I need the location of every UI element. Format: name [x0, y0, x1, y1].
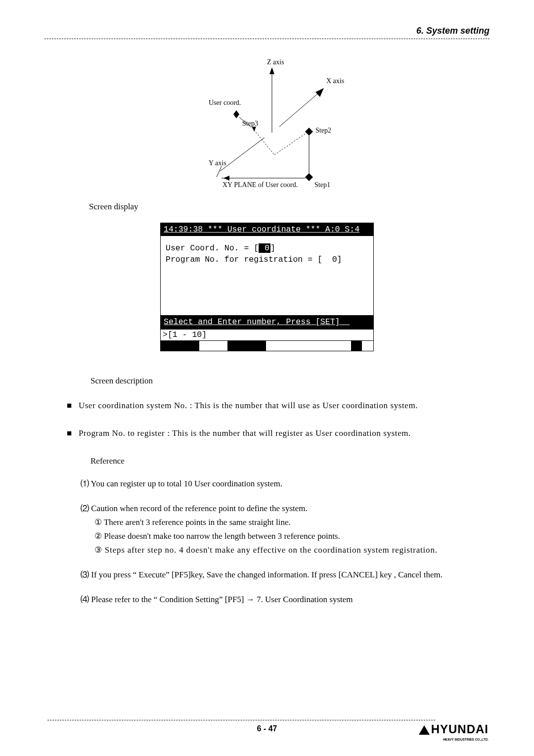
fkey-block-small [351, 341, 362, 351]
fkey-block [227, 341, 266, 351]
console-function-keys [161, 340, 373, 351]
fkey-block [161, 341, 199, 351]
fkey-gap [295, 341, 323, 351]
ref-item-text: ⑶ If you press “ Execute” [PF5]key, Save… [81, 568, 482, 582]
z-axis-label: Z axis [267, 58, 284, 66]
content-area: Screen description ■ User coordination s… [52, 374, 482, 618]
svg-marker-11 [305, 128, 313, 136]
svg-line-8 [252, 128, 274, 155]
page: 6. System setting [0, 0, 534, 756]
svg-marker-15 [223, 176, 229, 181]
xy-plane-label: XY PLANE of User coord. [222, 181, 298, 189]
reference-heading: Reference [90, 454, 482, 468]
console-window: 14:39:38 *** User coordinate *** A:0 S:4… [160, 223, 374, 351]
screen-description-heading: Screen description [90, 374, 482, 388]
ref-item-2-sub3: ③ Steps after step no. 4 doesn't make an… [94, 543, 482, 557]
logo-text: HYUNDAI [431, 722, 489, 736]
svg-marker-13 [305, 173, 313, 181]
square-bullet-icon: ■ [67, 399, 79, 413]
svg-marker-3 [315, 88, 324, 97]
console-status-line: Select and Enter number, Press [SET] [161, 315, 373, 329]
hyundai-logo: HYUNDAI HEAVY INDUSTRIES CO.,LTD. [419, 722, 489, 736]
fkey-gap [266, 341, 294, 351]
console-line2: Program No. for registration = [ 0] [166, 255, 342, 264]
step2-label: Step2 [315, 127, 331, 135]
console-line1-prefix: User Coord. No. = [ [166, 243, 259, 253]
step3-label: Step3 [242, 120, 258, 128]
x-axis-label: X axis [326, 77, 344, 85]
footer-rule [47, 720, 435, 720]
ref-item-1: ⑴ You can register up to total 10 User c… [81, 477, 482, 491]
ref-item-text: ⑴ You can register up to total 10 User c… [81, 479, 282, 488]
fkey-gap [362, 341, 373, 351]
logo-subtext: HEAVY INDUSTRIES CO.,LTD. [443, 738, 489, 741]
screen-display-heading: Screen display [89, 202, 138, 212]
user-coord-label: User coord. [209, 99, 241, 107]
ref-item-2: ⑵ Caution when record of the reference p… [81, 502, 482, 557]
console-line1-suffix: ] [270, 243, 275, 253]
bullet-text: Program No. to register : This is the nu… [79, 426, 482, 440]
svg-line-2 [279, 91, 321, 127]
ref-item-2-sub2: ② Please doesn't make too narrow the len… [94, 529, 482, 543]
svg-line-5 [217, 166, 222, 177]
bullet-item: ■ User coordination system No. : This is… [52, 399, 482, 413]
step1-label: Step1 [314, 181, 330, 189]
console-input-row: >[1 - 10] [161, 330, 373, 340]
console-highlight-value: 0 [259, 243, 270, 253]
svg-marker-6 [233, 110, 239, 118]
coord-diagram: Z axis X axis User coord. Step3 Step2 Y … [178, 58, 356, 197]
fkey-gap [199, 341, 227, 351]
ref-item-text: ⑵ Caution when record of the reference p… [81, 502, 482, 516]
chapter-header: 6. System setting [416, 26, 490, 36]
ref-item-4: ⑷ Please refer to the “ Condition Settin… [81, 593, 482, 607]
fkey-gap [323, 341, 351, 351]
logo-triangle-icon [419, 725, 430, 735]
bullet-text: User coordination system No. : This is t… [79, 399, 482, 413]
console-titlebar: 14:39:38 *** User coordinate *** A:0 S:4 [161, 223, 373, 236]
ref-item-3: ⑶ If you press “ Execute” [PF5]key, Save… [81, 568, 482, 582]
ref-item-2-sub1: ① There aren't 3 reference points in the… [94, 516, 482, 529]
console-body: User Coord. No. = [ 0] Program No. for r… [161, 236, 373, 315]
ref-item-text: ⑷ Please refer to the “ Condition Settin… [81, 595, 353, 604]
svg-line-9 [274, 131, 309, 155]
y-axis-label: Y axis [209, 159, 226, 167]
svg-line-4 [220, 138, 265, 171]
header-rule [44, 39, 490, 39]
svg-marker-1 [269, 67, 274, 74]
bullet-item: ■ Program No. to register : This is the … [52, 426, 482, 440]
square-bullet-icon: ■ [67, 426, 79, 440]
page-number: 6 - 47 [257, 724, 277, 733]
